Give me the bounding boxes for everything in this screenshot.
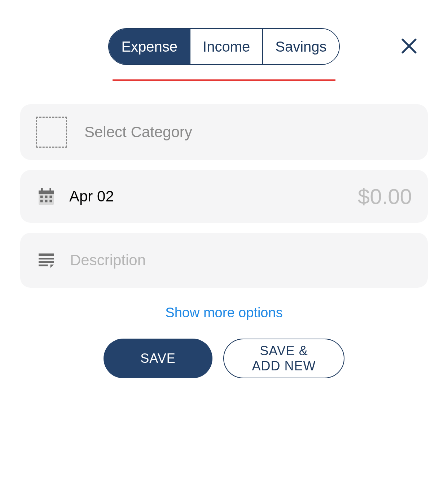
svg-rect-7 — [45, 196, 48, 198]
show-more-container: Show more options — [20, 305, 428, 321]
transaction-type-tabs: Expense Income Savings — [108, 28, 339, 65]
save-button-label: SAVE — [140, 351, 175, 366]
svg-rect-5 — [49, 188, 51, 192]
tab-savings[interactable]: Savings — [262, 29, 339, 64]
action-buttons: SAVE SAVE & ADD NEW — [20, 339, 428, 378]
date-value: Apr 02 — [69, 188, 114, 205]
accent-underline — [113, 79, 335, 81]
tab-income[interactable]: Income — [190, 29, 262, 64]
category-placeholder: Select Category — [84, 123, 192, 141]
date-picker[interactable]: Apr 02 — [36, 186, 114, 206]
close-button[interactable] — [398, 35, 421, 59]
show-more-options-link[interactable]: Show more options — [165, 305, 282, 321]
svg-rect-3 — [39, 191, 54, 194]
note-icon — [36, 250, 56, 270]
category-selector[interactable]: Select Category — [20, 104, 428, 160]
tab-income-label: Income — [203, 39, 250, 55]
svg-rect-6 — [40, 196, 43, 198]
tab-expense-label: Expense — [121, 39, 177, 55]
show-more-label: Show more options — [165, 305, 282, 320]
description-field[interactable]: Description — [20, 233, 428, 288]
amount-input[interactable]: $0.00 — [358, 184, 412, 209]
save-add-new-button-label: SAVE & ADD NEW — [244, 343, 324, 374]
tab-expense[interactable]: Expense — [109, 29, 190, 64]
calendar-icon — [36, 186, 56, 206]
description-placeholder: Description — [70, 252, 146, 269]
svg-rect-11 — [49, 200, 52, 202]
svg-rect-9 — [40, 200, 43, 202]
save-button[interactable]: SAVE — [104, 339, 212, 378]
svg-rect-8 — [49, 196, 52, 198]
svg-rect-4 — [41, 188, 43, 192]
header: Expense Income Savings — [20, 28, 428, 65]
close-icon — [401, 50, 417, 55]
date-amount-row: Apr 02 $0.00 — [20, 170, 428, 223]
category-icon-placeholder — [36, 117, 67, 148]
transaction-form: Expense Income Savings Select Category — [0, 0, 448, 378]
save-add-new-button[interactable]: SAVE & ADD NEW — [223, 339, 344, 378]
tab-savings-label: Savings — [275, 39, 326, 55]
svg-rect-10 — [45, 200, 48, 202]
